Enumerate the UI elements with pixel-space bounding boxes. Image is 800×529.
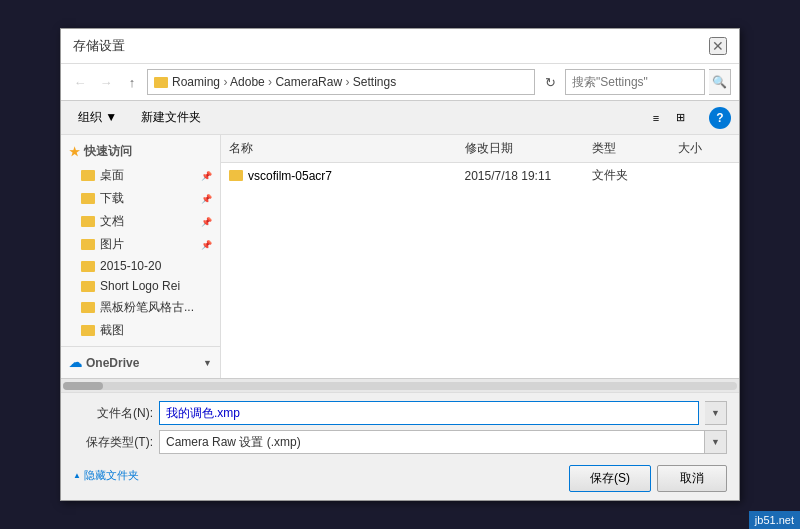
actions-row: 保存(S) 取消 <box>569 465 727 492</box>
close-button[interactable]: ✕ <box>709 37 727 55</box>
folder-icon <box>81 193 95 204</box>
folder-icon <box>81 281 95 292</box>
sidebar-item-label: 文档 <box>100 213 124 230</box>
help-button[interactable]: ? <box>709 107 731 129</box>
sidebar-item-label: 图片 <box>100 236 124 253</box>
sidebar-item-label: 截图 <box>100 322 124 339</box>
pin-icon: 📌 <box>201 240 212 250</box>
triangle-icon: ▲ <box>73 471 81 480</box>
toolbar: 组织 ▼ 新建文件夹 ≡ ⊞ ? <box>61 101 739 135</box>
filename-row: 文件名(N): ▼ <box>73 401 727 425</box>
horizontal-scrollbar[interactable] <box>61 378 739 392</box>
address-path[interactable]: Roaming › Adobe › CameraRaw › Settings <box>147 69 535 95</box>
filename-input[interactable] <box>159 401 699 425</box>
sidebar-item-pictures[interactable]: 图片 📌 <box>61 233 220 256</box>
sidebar-item-desktop[interactable]: 桌面 📌 <box>61 164 220 187</box>
organize-button[interactable]: 组织 ▼ <box>69 105 126 130</box>
filetype-input <box>159 430 705 454</box>
sidebar-item-screenshots[interactable]: 截图 <box>61 319 220 342</box>
filetype-label: 保存类型(T): <box>73 434 153 451</box>
filetype-row: 保存类型(T): ▼ <box>73 430 727 454</box>
sidebar-item-short-logo[interactable]: Short Logo Rei <box>61 276 220 296</box>
quick-access-header[interactable]: ★ 快速访问 <box>61 139 220 164</box>
scrollbar-track <box>63 382 737 390</box>
file-item-type: 文件夹 <box>584 167 670 184</box>
address-bar: ← → ↑ Roaming › Adobe › CameraRaw › Sett… <box>61 64 739 101</box>
refresh-button[interactable]: ↻ <box>539 71 561 93</box>
table-row[interactable]: vscofilm-05acr7 2015/7/18 19:11 文件夹 <box>221 163 739 188</box>
save-dialog: 存储设置 ✕ ← → ↑ Roaming › Adobe › CameraRaw… <box>60 28 740 501</box>
up-button[interactable]: ↑ <box>121 71 143 93</box>
col-header-date[interactable]: 修改日期 <box>457 138 584 159</box>
sidebar-item-label: 下载 <box>100 190 124 207</box>
file-item-name: vscofilm-05acr7 <box>221 169 457 183</box>
path-text: Roaming › Adobe › CameraRaw › Settings <box>172 75 396 89</box>
folder-icon <box>81 302 95 313</box>
file-name: vscofilm-05acr7 <box>248 169 332 183</box>
col-header-type[interactable]: 类型 <box>584 138 670 159</box>
bottom-section: 文件名(N): ▼ 保存类型(T): ▼ ▲ 隐藏文件夹 保存(S) 取消 <box>61 392 739 500</box>
pin-icon: 📌 <box>201 194 212 204</box>
filename-label: 文件名(N): <box>73 405 153 422</box>
folder-icon <box>81 170 95 181</box>
watermark: jb51.net <box>749 511 800 529</box>
folder-icon <box>81 325 95 336</box>
search-input[interactable] <box>565 69 705 95</box>
dialog-title: 存储设置 <box>73 37 125 55</box>
sidebar-item-label: 黑板粉笔风格古... <box>100 299 194 316</box>
save-button[interactable]: 保存(S) <box>569 465 651 492</box>
file-list-header: 名称 修改日期 类型 大小 <box>221 135 739 163</box>
content-area: ★ 快速访问 桌面 📌 下载 📌 文档 📌 图片 📌 <box>61 135 739 378</box>
sidebar-item-documents[interactable]: 文档 📌 <box>61 210 220 233</box>
folder-icon <box>154 77 168 88</box>
folder-icon <box>81 261 95 272</box>
expand-icon: ▼ <box>203 358 212 368</box>
hidden-files-toggle[interactable]: ▲ 隐藏文件夹 <box>73 468 139 483</box>
col-header-size[interactable]: 大小 <box>670 138 739 159</box>
title-bar: 存储设置 ✕ <box>61 29 739 64</box>
sidebar-item-label: Short Logo Rei <box>100 279 180 293</box>
star-icon: ★ <box>69 145 80 159</box>
filetype-dropdown-arrow[interactable]: ▼ <box>705 430 727 454</box>
sidebar-item-downloads[interactable]: 下载 📌 <box>61 187 220 210</box>
quick-access-label: 快速访问 <box>84 143 132 160</box>
sidebar-item-blackboard[interactable]: 黑板粉笔风格古... <box>61 296 220 319</box>
folder-icon <box>81 216 95 227</box>
cancel-button[interactable]: 取消 <box>657 465 727 492</box>
search-button[interactable]: 🔍 <box>709 69 731 95</box>
folder-icon <box>229 170 243 181</box>
sidebar-item-label: 桌面 <box>100 167 124 184</box>
filename-dropdown-arrow[interactable]: ▼ <box>705 401 727 425</box>
search-icon: 🔍 <box>712 75 727 89</box>
forward-button[interactable]: → <box>95 71 117 93</box>
sidebar-item-2015-10-20[interactable]: 2015-10-20 <box>61 256 220 276</box>
onedrive-label: OneDrive <box>86 356 139 370</box>
sidebar-item-label: 2015-10-20 <box>100 259 161 273</box>
hidden-files-label: 隐藏文件夹 <box>84 468 139 483</box>
grid-view-button[interactable]: ⊞ <box>669 107 691 129</box>
scrollbar-thumb[interactable] <box>63 382 103 390</box>
new-folder-button[interactable]: 新建文件夹 <box>132 105 210 130</box>
back-button[interactable]: ← <box>69 71 91 93</box>
list-view-button[interactable]: ≡ <box>645 107 667 129</box>
file-list: 名称 修改日期 类型 大小 vscofilm-05acr7 2015/7/18 … <box>221 135 739 378</box>
pin-icon: 📌 <box>201 217 212 227</box>
col-header-name[interactable]: 名称 <box>221 138 457 159</box>
onedrive-header[interactable]: ☁ OneDrive ▼ <box>61 351 220 374</box>
onedrive-icon: ☁ <box>69 355 82 370</box>
view-toggle: ≡ ⊞ <box>645 107 691 129</box>
folder-icon <box>81 239 95 250</box>
file-item-date: 2015/7/18 19:11 <box>457 169 584 183</box>
sidebar: ★ 快速访问 桌面 📌 下载 📌 文档 📌 图片 📌 <box>61 135 221 378</box>
pin-icon: 📌 <box>201 171 212 181</box>
